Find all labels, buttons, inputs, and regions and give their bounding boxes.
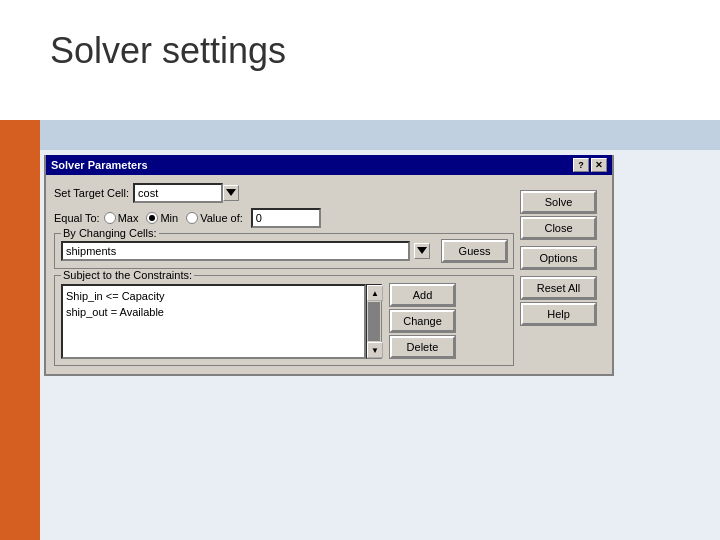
constraints-scrollbar[interactable]: ▲ ▼	[366, 284, 382, 359]
equal-to-label: Equal To:	[54, 212, 100, 224]
by-changing-groupbox: By Changing Cells: shipments Guess	[54, 233, 514, 269]
close-button[interactable]: Close	[521, 217, 596, 239]
scroll-up-arrow[interactable]: ▲	[367, 285, 383, 301]
change-button[interactable]: Change	[390, 310, 455, 332]
help-button[interactable]: Help	[521, 303, 596, 325]
action-buttons: Add Change Delete	[390, 284, 455, 358]
equal-to-row: Equal To: Max Min Value of:	[54, 208, 514, 228]
dialog-content: Solve Close Options Reset All Help Set T…	[46, 175, 612, 374]
constraints-area: Ship_in <= Capacity ship_out = Available…	[61, 284, 507, 359]
constraint-item-1: Ship_in <= Capacity	[66, 288, 361, 304]
radio-max-label: Max	[118, 212, 139, 224]
changing-cells-collapse-btn[interactable]	[414, 243, 430, 259]
constraint-item-2: ship_out = Available	[66, 304, 361, 320]
radio-max-circle[interactable]	[104, 212, 116, 224]
main-area: Solve Close Options Reset All Help Set T…	[54, 183, 604, 366]
options-button[interactable]: Options	[521, 247, 596, 269]
equal-to-radio-group: Max Min Value of: 0	[104, 208, 321, 228]
dialog-title: Solver Parameters	[51, 159, 148, 171]
radio-min-label: Min	[160, 212, 178, 224]
solver-parameters-dialog: Solver Parameters ? ✕ Solve Close Option…	[44, 155, 614, 376]
add-button[interactable]: Add	[390, 284, 455, 306]
scroll-thumb	[368, 302, 380, 341]
radio-value-circle[interactable]	[186, 212, 198, 224]
value-of-input[interactable]: 0	[251, 208, 321, 228]
target-cell-input-container: cost	[133, 183, 239, 203]
guess-button[interactable]: Guess	[442, 240, 507, 262]
bg-left-orange	[0, 120, 40, 540]
radio-min-circle[interactable]	[146, 212, 158, 224]
changing-cells-input[interactable]: shipments	[61, 241, 410, 261]
solve-button[interactable]: Solve	[521, 191, 596, 213]
right-buttons: Solve Close Options Reset All Help	[521, 191, 596, 325]
titlebar-help-button[interactable]: ?	[573, 158, 589, 172]
page-title: Solver settings	[50, 30, 286, 72]
titlebar-close-button[interactable]: ✕	[591, 158, 607, 172]
titlebar-buttons: ? ✕	[573, 158, 607, 172]
scroll-down-arrow[interactable]: ▼	[367, 342, 383, 358]
target-cell-collapse-btn[interactable]	[223, 185, 239, 201]
constraints-label: Subject to the Constraints:	[61, 269, 194, 281]
dialog-titlebar: Solver Parameters ? ✕	[46, 155, 612, 175]
target-cell-label: Set Target Cell:	[54, 187, 129, 199]
by-changing-label: By Changing Cells:	[61, 227, 159, 239]
svg-marker-1	[417, 247, 427, 254]
bg-mid	[0, 120, 720, 150]
reset-all-button[interactable]: Reset All	[521, 277, 596, 299]
changing-cells-row: shipments Guess	[61, 240, 507, 262]
svg-marker-0	[226, 189, 236, 196]
target-cell-row: Set Target Cell: cost	[54, 183, 514, 203]
constraints-content: Ship_in <= Capacity ship_out = Available	[66, 288, 361, 320]
radio-value-of[interactable]: Value of:	[186, 212, 243, 224]
constraints-groupbox: Subject to the Constraints: Ship_in <= C…	[54, 275, 514, 366]
radio-max[interactable]: Max	[104, 212, 139, 224]
target-cell-input[interactable]: cost	[133, 183, 223, 203]
constraints-list[interactable]: Ship_in <= Capacity ship_out = Available	[61, 284, 366, 359]
radio-min[interactable]: Min	[146, 212, 178, 224]
radio-value-label: Value of:	[200, 212, 243, 224]
delete-button[interactable]: Delete	[390, 336, 455, 358]
